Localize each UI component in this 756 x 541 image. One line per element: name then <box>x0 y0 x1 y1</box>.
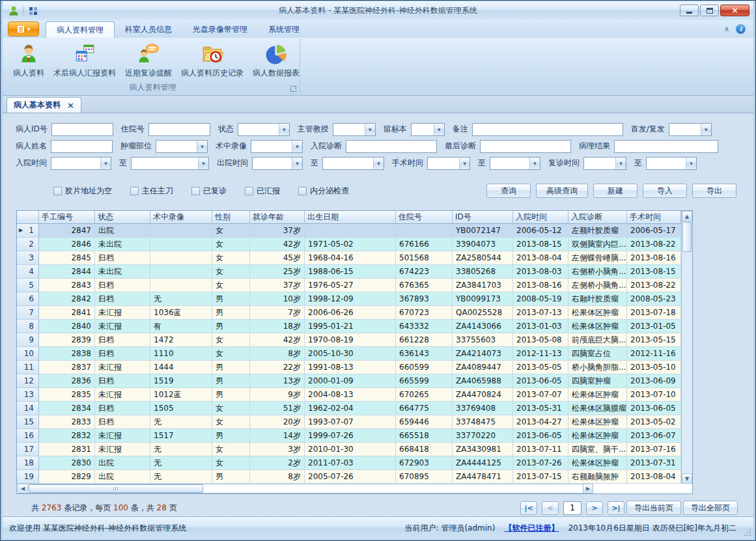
remark-field[interactable] <box>472 123 623 136</box>
tumor-site-select[interactable]: ▾ <box>156 140 208 153</box>
first-or-recurrent-select[interactable]: ▾ <box>669 123 712 136</box>
column-header-visit-age[interactable]: 就诊年龄 <box>250 211 305 224</box>
column-header-gender[interactable]: 性别 <box>212 211 250 224</box>
table-row[interactable]: 62842归档无男10岁1998-12-09367893YB0099173200… <box>17 292 692 306</box>
pager-last-button[interactable]: >| <box>608 501 624 515</box>
app-logo-icon[interactable] <box>8 5 20 17</box>
info-icon[interactable]: i <box>736 24 746 34</box>
ribbon-tab-department-staff-info[interactable]: 科室人员信息 <box>115 21 182 38</box>
admission-number-field[interactable] <box>148 123 210 136</box>
column-header-intraop-video[interactable]: 术中录像 <box>150 211 212 224</box>
quick-access-toolbar-icon[interactable] <box>28 6 38 16</box>
scroll-right-icon[interactable]: ▶ <box>583 484 593 493</box>
table-row[interactable]: 52843归档女37岁1976-05-27676365ZA38417032013… <box>17 279 692 292</box>
specimen-kept-select[interactable]: ▾ <box>411 123 445 136</box>
query-button[interactable]: 查询 <box>486 184 531 198</box>
final-diagnosis-field[interactable] <box>480 140 571 153</box>
film-address-empty-checkbox[interactable]: 胶片地址为空 <box>53 186 112 197</box>
scroll-left-icon[interactable]: ◀ <box>18 484 28 493</box>
discharge-date-from-select[interactable]: ▾ <box>252 157 303 170</box>
import-button[interactable]: 导入 <box>643 184 687 198</box>
column-header-surgery-date[interactable]: 手术时间 <box>627 211 681 224</box>
doc-tab-patient-basic-data[interactable]: 病人基本资料 × <box>7 97 81 113</box>
pager-prev-button[interactable]: < <box>542 501 559 515</box>
export-current-page-button[interactable]: 导出当前页 <box>626 501 681 515</box>
pager-page-input[interactable] <box>563 501 581 515</box>
column-header-admission-diagnosis[interactable]: 入院诊断 <box>568 211 627 224</box>
table-row[interactable]: 22846未出院女42岁1971-05-02676166339040732013… <box>17 238 692 251</box>
patient-history-record-button[interactable]: 病人资料历史记录 <box>176 41 248 81</box>
patient-data-button[interactable]: 病人资料 <box>8 41 49 81</box>
doc-tab-close-icon[interactable]: × <box>67 100 74 110</box>
minimize-button[interactable] <box>680 5 699 16</box>
admission-date-from-select[interactable]: ▾ <box>51 157 111 170</box>
close-button[interactable]: × <box>720 5 749 16</box>
scroll-down-icon[interactable]: ▼ <box>682 473 692 484</box>
table-row[interactable]: 172831未汇报无女3岁2010-01-30668418ZA343098120… <box>17 443 692 456</box>
resize-grip[interactable] <box>744 529 751 536</box>
pager-next-button[interactable]: > <box>586 501 603 515</box>
table-row[interactable]: 102838归档1110女8岁2005-10-30636143ZA4214073… <box>17 347 692 361</box>
patient-id-field[interactable] <box>51 123 113 136</box>
intraop-video-select[interactable]: ▾ <box>251 140 303 153</box>
table-row[interactable]: 132835未汇报1012蓝男9岁2004-08-13670265ZA44708… <box>17 388 692 402</box>
table-row[interactable]: 32845归档女45岁1968-04-16501568ZA25805442013… <box>17 251 692 265</box>
discharge-date-to-select[interactable]: ▾ <box>322 157 384 170</box>
table-row[interactable]: 152833归档无女20岁1993-07-0765944633748475201… <box>17 415 692 429</box>
revisited-checkbox[interactable]: 已复诊 <box>191 186 227 197</box>
column-header-admission-number[interactable]: 住院号 <box>396 211 453 224</box>
table-row[interactable]: 112837未汇报1444男22岁1991-08-13660599ZA40894… <box>17 361 692 374</box>
surgery-date-from-select[interactable]: ▾ <box>427 157 470 170</box>
export-all-pages-button[interactable]: 导出全部页 <box>683 501 738 515</box>
reported-checkbox[interactable]: 已汇报 <box>245 186 280 197</box>
application-menu-button[interactable]: ▾ <box>8 21 39 36</box>
recent-revisit-reminder-button[interactable]: 近期复诊提醒 <box>120 41 176 81</box>
patient-data-report-button[interactable]: 病人数据报表 <box>248 41 304 81</box>
collapse-ribbon-icon[interactable]: ∧ <box>724 25 729 33</box>
advanced-query-button[interactable]: 高级查询 <box>536 184 588 198</box>
table-row[interactable]: 42844未出院女25岁1988-06-15674223338052682013… <box>17 265 692 279</box>
table-row[interactable]: 142834归档1505女51岁1962-02-0466477533769408… <box>17 402 692 415</box>
pager-first-button[interactable]: |< <box>520 501 537 515</box>
column-header-id-number[interactable]: ID号 <box>453 211 513 224</box>
pathology-result-field[interactable] <box>614 140 718 153</box>
new-button[interactable]: 新建 <box>593 184 637 198</box>
table-row[interactable]: 122836归档1519男13岁2000-01-09665599ZA406598… <box>17 374 692 388</box>
table-row[interactable]: 82840未汇报有男18岁1995-01-21643332ZA414306620… <box>17 320 692 333</box>
patient-name-field[interactable] <box>51 140 113 153</box>
column-header-row-indicator[interactable] <box>17 211 39 224</box>
table-row[interactable]: 182830出院无女2岁2011-07-03672903ZA4444125201… <box>17 456 692 470</box>
admission-diagnosis-field[interactable] <box>346 140 437 153</box>
ribbon-tab-system-management[interactable]: 系统管理 <box>258 21 310 38</box>
chief-professor-select[interactable]: ▾ <box>333 123 376 136</box>
table-row[interactable]: ▶12847出院女37岁YB00721472006-05-12左额叶胶质瘤200… <box>17 224 692 238</box>
column-header-status[interactable]: 状态 <box>95 211 150 224</box>
dialog-launcher-icon[interactable] <box>290 85 297 92</box>
endocrine-exam-checkbox[interactable]: 内分泌检查 <box>298 186 349 197</box>
admission-date-to-select[interactable]: ▾ <box>131 157 209 170</box>
table-row[interactable]: 192829出院无男8岁2005-07-26670895ZA4478471201… <box>17 470 692 484</box>
surgery-date-to-select[interactable]: ▾ <box>490 157 540 170</box>
row-indicator: 12 <box>17 374 39 388</box>
ribbon-tab-patient-data-management[interactable]: 病人资料管理 <box>46 21 115 38</box>
chief-surgeon-checkbox[interactable]: 主任主刀 <box>130 186 173 197</box>
column-header-birth-date[interactable]: 出生日期 <box>305 211 396 224</box>
horizontal-scroll-thumb[interactable] <box>29 484 203 493</box>
column-header-manual-number[interactable]: 手工编号 <box>39 211 95 224</box>
revisit-date-from-select[interactable]: ▾ <box>583 157 626 170</box>
export-button[interactable]: 导出 <box>692 184 736 198</box>
table-row[interactable]: 92839归档1472女42岁1970-08-19661228337556032… <box>17 333 692 347</box>
scroll-up-icon[interactable]: ▲ <box>682 211 692 221</box>
table-row[interactable]: 72841未汇报1036蓝男7岁2006-06-26670723QA002552… <box>17 306 692 320</box>
postop-patient-report-button[interactable]: 术后病人汇报资料 <box>49 41 120 81</box>
column-header-admission-date[interactable]: 入院时间 <box>513 211 568 224</box>
license-registered-link[interactable]: 【软件已注册】 <box>504 523 559 534</box>
vertical-scrollbar[interactable]: ▲ ▼ <box>681 211 692 484</box>
maximize-button[interactable] <box>700 5 719 16</box>
table-row[interactable]: 162832未汇报1517男14岁1999-07-266655183377022… <box>17 429 692 443</box>
horizontal-scrollbar[interactable]: ◀ ▶ <box>18 484 593 493</box>
ribbon-tab-disc-video-management[interactable]: 光盘录像带管理 <box>182 21 258 38</box>
status-select[interactable]: ▾ <box>238 123 290 136</box>
revisit-date-to-select[interactable]: ▾ <box>646 157 697 170</box>
vertical-scroll-thumb[interactable] <box>682 222 692 252</box>
